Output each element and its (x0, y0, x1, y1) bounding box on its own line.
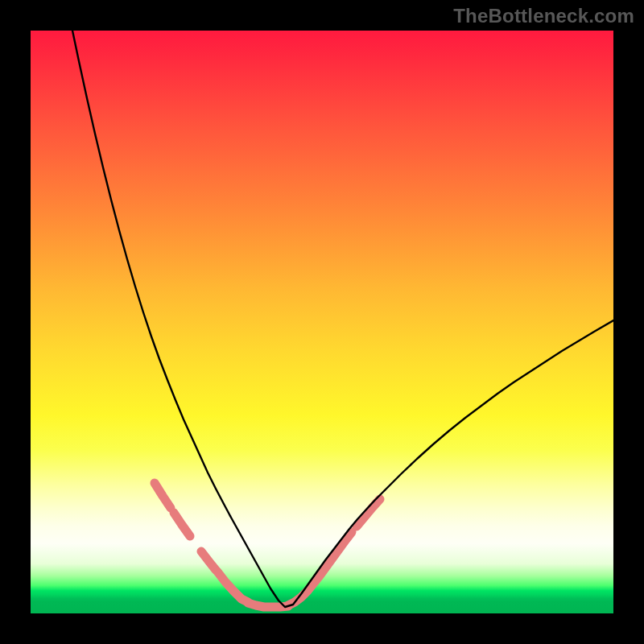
series-pink-seg-right-2 (357, 499, 380, 526)
series-black-curve-right (385, 320, 613, 490)
watermark-text: TheBottleneck.com (453, 5, 634, 27)
series-pink-seg-left-1 (155, 483, 171, 508)
plot-area (31, 31, 613, 613)
series-black-curve-left (72, 31, 230, 516)
chart-frame: TheBottleneck.com (0, 0, 644, 644)
series-pink-seg-left-4 (217, 572, 248, 602)
series-pink-seg-left-3 (201, 551, 216, 570)
series-pink-seg-left-2 (174, 513, 190, 536)
curve-layer (31, 31, 613, 613)
